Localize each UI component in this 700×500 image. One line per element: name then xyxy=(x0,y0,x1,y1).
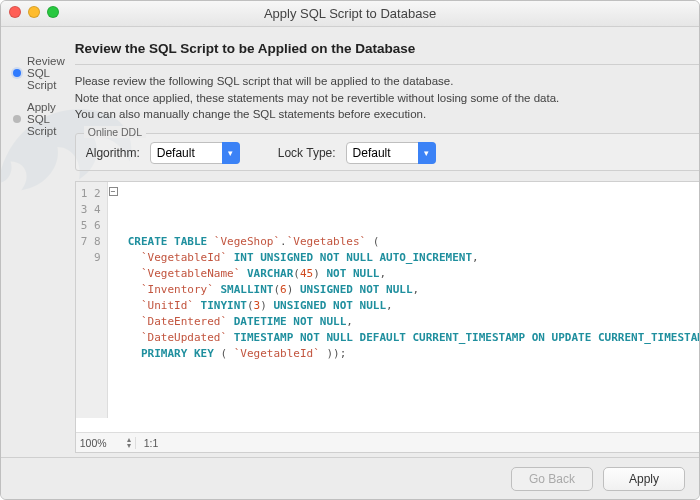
divider xyxy=(75,64,699,65)
titlebar: Apply SQL Script to Database xyxy=(1,1,699,27)
sql-code-area[interactable]: − CREATE TABLE `VegeShop`.`Vegetables` (… xyxy=(108,182,699,418)
wizard-step[interactable]: Apply SQL Script xyxy=(13,101,65,137)
intro-text: Please review the following SQL script t… xyxy=(75,73,699,123)
intro-line: Note that once applied, these statements… xyxy=(75,90,699,107)
algorithm-select[interactable]: Default xyxy=(150,142,240,164)
sql-editor: 1 2 3 4 5 6 7 8 9 − CREATE TABLE `VegeSh… xyxy=(75,181,699,453)
cursor-position: 1:1 xyxy=(136,437,167,449)
dialog-footer: Go Back Apply xyxy=(1,457,699,499)
window-title: Apply SQL Script to Database xyxy=(264,6,436,21)
step-label: Review SQL Script xyxy=(27,55,65,91)
step-bullet-icon xyxy=(13,69,21,77)
close-icon[interactable] xyxy=(9,6,21,18)
horizontal-scrollbar[interactable] xyxy=(76,418,699,432)
intro-line: Please review the following SQL script t… xyxy=(75,73,699,90)
dialog-window: Apply SQL Script to Database Review SQL … xyxy=(0,0,700,500)
intro-line: You can also manually change the SQL sta… xyxy=(75,106,699,123)
editor-status-bar: 100% ▴▾ 1:1 xyxy=(76,432,699,452)
step-bullet-icon xyxy=(13,115,21,123)
stepper-icon[interactable]: ▴▾ xyxy=(127,437,131,449)
online-ddl-group: Online DDL Algorithm: Default ▾ Lock Typ… xyxy=(75,133,699,171)
minimize-icon[interactable] xyxy=(28,6,40,18)
step-label: Apply SQL Script xyxy=(27,101,65,137)
line-number-gutter: 1 2 3 4 5 6 7 8 9 xyxy=(76,182,108,418)
apply-button[interactable]: Apply xyxy=(603,467,685,491)
algorithm-label: Algorithm: xyxy=(86,146,140,160)
window-controls xyxy=(9,6,59,18)
go-back-button[interactable]: Go Back xyxy=(511,467,593,491)
main-panel: Review the SQL Script to be Applied on t… xyxy=(75,27,699,457)
fold-toggle-icon[interactable]: − xyxy=(109,187,118,196)
lock-type-label: Lock Type: xyxy=(278,146,336,160)
wizard-steps-sidebar: Review SQL ScriptApply SQL Script xyxy=(1,27,75,457)
lock-type-select[interactable]: Default xyxy=(346,142,436,164)
wizard-step[interactable]: Review SQL Script xyxy=(13,55,65,91)
online-ddl-legend: Online DDL xyxy=(84,126,146,138)
page-heading: Review the SQL Script to be Applied on t… xyxy=(75,41,699,56)
zoom-icon[interactable] xyxy=(47,6,59,18)
zoom-level[interactable]: 100% ▴▾ xyxy=(76,437,136,449)
